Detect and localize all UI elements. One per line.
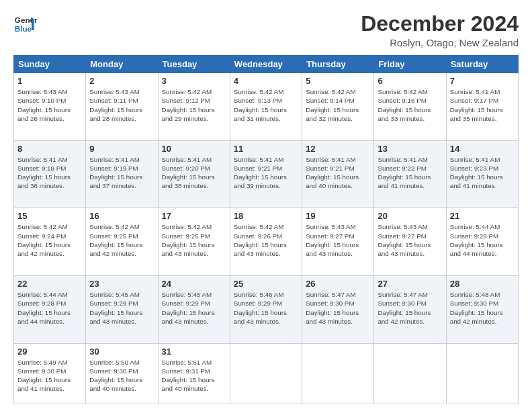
day-number: 5 — [306, 76, 370, 86]
day-info: Sunrise: 5:41 AM Sunset: 9:20 PM Dayligh… — [162, 155, 226, 191]
table-row: 4Sunrise: 5:42 AM Sunset: 9:13 PM Daylig… — [230, 73, 302, 141]
day-number: 9 — [89, 144, 154, 154]
table-row: 28Sunrise: 5:48 AM Sunset: 9:30 PM Dayli… — [446, 276, 518, 344]
day-number: 18 — [234, 211, 298, 221]
day-info: Sunrise: 5:45 AM Sunset: 9:29 PM Dayligh… — [162, 290, 226, 326]
day-info: Sunrise: 5:42 AM Sunset: 9:26 PM Dayligh… — [234, 222, 298, 258]
day-number: 1 — [17, 76, 82, 86]
day-info: Sunrise: 5:44 AM Sunset: 9:28 PM Dayligh… — [17, 290, 82, 326]
table-row: 11Sunrise: 5:41 AM Sunset: 9:21 PM Dayli… — [230, 140, 302, 208]
day-number: 4 — [234, 76, 298, 86]
day-number: 17 — [162, 211, 226, 221]
day-info: Sunrise: 5:41 AM Sunset: 9:18 PM Dayligh… — [17, 155, 82, 191]
day-number: 11 — [234, 144, 298, 154]
table-row: 8Sunrise: 5:41 AM Sunset: 9:18 PM Daylig… — [14, 140, 86, 208]
day-number: 3 — [162, 76, 226, 86]
day-number: 31 — [162, 347, 226, 357]
table-row: 5Sunrise: 5:42 AM Sunset: 9:14 PM Daylig… — [302, 73, 374, 141]
day-info: Sunrise: 5:41 AM Sunset: 9:21 PM Dayligh… — [234, 155, 298, 191]
day-number: 23 — [89, 279, 154, 289]
day-info: Sunrise: 5:42 AM Sunset: 9:25 PM Dayligh… — [162, 222, 226, 258]
day-info: Sunrise: 5:42 AM Sunset: 9:13 PM Dayligh… — [234, 87, 298, 123]
table-row: 1Sunrise: 5:43 AM Sunset: 9:10 PM Daylig… — [14, 73, 86, 141]
col-friday: Friday — [374, 56, 446, 73]
table-row: 15Sunrise: 5:42 AM Sunset: 9:24 PM Dayli… — [14, 208, 86, 276]
table-row: 14Sunrise: 5:41 AM Sunset: 9:23 PM Dayli… — [446, 140, 518, 208]
day-info: Sunrise: 5:44 AM Sunset: 9:28 PM Dayligh… — [450, 222, 515, 258]
col-tuesday: Tuesday — [158, 56, 230, 73]
day-number: 24 — [162, 279, 226, 289]
day-info: Sunrise: 5:42 AM Sunset: 9:24 PM Dayligh… — [17, 222, 82, 258]
table-row — [446, 343, 518, 404]
main-title: December 2024 — [361, 12, 519, 36]
subtitle: Roslyn, Otago, New Zealand — [361, 37, 519, 48]
day-info: Sunrise: 5:46 AM Sunset: 9:29 PM Dayligh… — [234, 290, 298, 326]
table-row: 21Sunrise: 5:44 AM Sunset: 9:28 PM Dayli… — [446, 208, 518, 276]
day-number: 19 — [306, 211, 370, 221]
day-number: 8 — [17, 144, 82, 154]
day-number: 30 — [89, 347, 154, 357]
col-monday: Monday — [86, 56, 158, 73]
logo: General Blue — [13, 12, 38, 36]
table-row: 7Sunrise: 5:41 AM Sunset: 9:17 PM Daylig… — [446, 73, 518, 141]
col-saturday: Saturday — [446, 56, 518, 73]
day-info: Sunrise: 5:43 AM Sunset: 9:27 PM Dayligh… — [306, 222, 370, 258]
table-row: 3Sunrise: 5:42 AM Sunset: 9:12 PM Daylig… — [158, 73, 230, 141]
col-wednesday: Wednesday — [230, 56, 302, 73]
day-info: Sunrise: 5:47 AM Sunset: 9:30 PM Dayligh… — [306, 290, 370, 326]
table-row: 10Sunrise: 5:41 AM Sunset: 9:20 PM Dayli… — [158, 140, 230, 208]
table-row: 31Sunrise: 5:51 AM Sunset: 9:31 PM Dayli… — [158, 343, 230, 404]
day-number: 15 — [17, 211, 82, 221]
day-info: Sunrise: 5:45 AM Sunset: 9:29 PM Dayligh… — [89, 290, 154, 326]
table-row: 20Sunrise: 5:43 AM Sunset: 9:27 PM Dayli… — [374, 208, 446, 276]
day-number: 20 — [378, 211, 442, 221]
table-row: 18Sunrise: 5:42 AM Sunset: 9:26 PM Dayli… — [230, 208, 302, 276]
day-info: Sunrise: 5:43 AM Sunset: 9:11 PM Dayligh… — [89, 87, 154, 123]
table-row: 6Sunrise: 5:42 AM Sunset: 9:16 PM Daylig… — [374, 73, 446, 141]
table-row — [302, 343, 374, 404]
day-number: 29 — [17, 347, 82, 357]
table-row: 22Sunrise: 5:44 AM Sunset: 9:28 PM Dayli… — [14, 276, 86, 344]
table-row: 17Sunrise: 5:42 AM Sunset: 9:25 PM Dayli… — [158, 208, 230, 276]
table-row: 23Sunrise: 5:45 AM Sunset: 9:29 PM Dayli… — [86, 276, 158, 344]
svg-text:Blue: Blue — [15, 24, 32, 33]
day-number: 28 — [450, 279, 515, 289]
table-row: 2Sunrise: 5:43 AM Sunset: 9:11 PM Daylig… — [86, 73, 158, 141]
day-number: 26 — [306, 279, 370, 289]
day-info: Sunrise: 5:42 AM Sunset: 9:16 PM Dayligh… — [378, 87, 442, 123]
table-row: 27Sunrise: 5:47 AM Sunset: 9:30 PM Dayli… — [374, 276, 446, 344]
day-number: 12 — [306, 144, 370, 154]
col-sunday: Sunday — [14, 56, 86, 73]
calendar-table: Sunday Monday Tuesday Wednesday Thursday… — [13, 55, 519, 404]
day-number: 25 — [234, 279, 298, 289]
title-block: December 2024 Roslyn, Otago, New Zealand — [361, 12, 519, 48]
table-row: 9Sunrise: 5:41 AM Sunset: 9:19 PM Daylig… — [86, 140, 158, 208]
svg-text:General: General — [15, 15, 38, 24]
table-row: 29Sunrise: 5:49 AM Sunset: 9:30 PM Dayli… — [14, 343, 86, 404]
table-row — [230, 343, 302, 404]
day-info: Sunrise: 5:41 AM Sunset: 9:19 PM Dayligh… — [89, 155, 154, 191]
day-number: 2 — [89, 76, 154, 86]
day-info: Sunrise: 5:41 AM Sunset: 9:23 PM Dayligh… — [450, 155, 515, 191]
day-number: 10 — [162, 144, 226, 154]
header: General Blue December 2024 Roslyn, Otago… — [13, 12, 519, 48]
day-info: Sunrise: 5:51 AM Sunset: 9:31 PM Dayligh… — [162, 358, 226, 394]
table-row: 19Sunrise: 5:43 AM Sunset: 9:27 PM Dayli… — [302, 208, 374, 276]
table-row: 12Sunrise: 5:41 AM Sunset: 9:21 PM Dayli… — [302, 140, 374, 208]
day-info: Sunrise: 5:42 AM Sunset: 9:12 PM Dayligh… — [162, 87, 226, 123]
day-number: 13 — [378, 144, 442, 154]
calendar-header-row: Sunday Monday Tuesday Wednesday Thursday… — [14, 56, 519, 73]
day-number: 21 — [450, 211, 515, 221]
day-info: Sunrise: 5:43 AM Sunset: 9:10 PM Dayligh… — [17, 87, 82, 123]
day-info: Sunrise: 5:41 AM Sunset: 9:21 PM Dayligh… — [306, 155, 370, 191]
col-thursday: Thursday — [302, 56, 374, 73]
day-info: Sunrise: 5:49 AM Sunset: 9:30 PM Dayligh… — [17, 358, 82, 394]
day-info: Sunrise: 5:42 AM Sunset: 9:14 PM Dayligh… — [306, 87, 370, 123]
day-info: Sunrise: 5:42 AM Sunset: 9:25 PM Dayligh… — [89, 222, 154, 258]
day-number: 6 — [378, 76, 442, 86]
day-number: 14 — [450, 144, 515, 154]
day-info: Sunrise: 5:50 AM Sunset: 9:30 PM Dayligh… — [89, 358, 154, 394]
page: General Blue December 2024 Roslyn, Otago… — [0, 0, 532, 411]
table-row: 25Sunrise: 5:46 AM Sunset: 9:29 PM Dayli… — [230, 276, 302, 344]
day-info: Sunrise: 5:48 AM Sunset: 9:30 PM Dayligh… — [450, 290, 515, 326]
